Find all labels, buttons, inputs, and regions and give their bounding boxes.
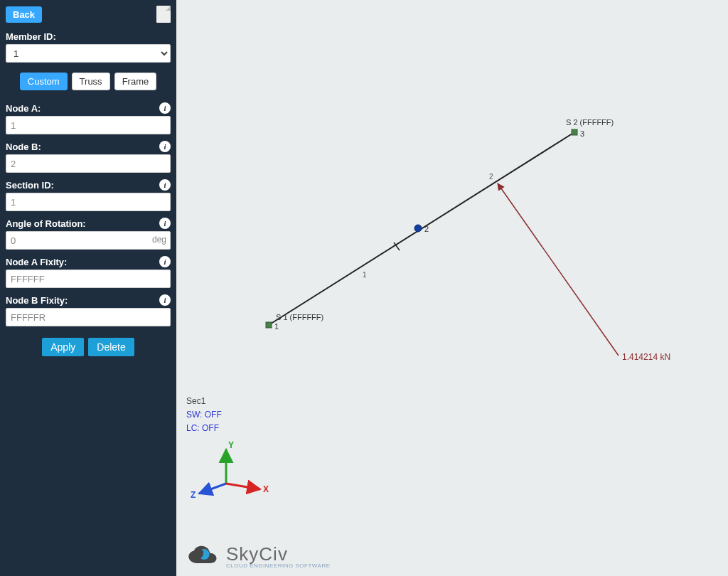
member-2-label: 2 — [489, 173, 493, 181]
report-icon[interactable] — [156, 6, 171, 23]
node-a-input[interactable] — [6, 116, 171, 134]
angle-input[interactable] — [6, 231, 171, 250]
fixity-a-label: Node A Fixity: — [6, 257, 67, 267]
member-type-group: Custom Truss Frame — [6, 73, 171, 90]
section-id-label: Section ID: — [6, 180, 54, 191]
load-arrow[interactable] — [498, 183, 619, 356]
axis-gizmo[interactable]: Y X Z — [191, 440, 269, 500]
node-a-label: Node A: — [6, 103, 41, 114]
back-button[interactable]: Back — [6, 6, 42, 23]
info-icon[interactable]: i — [159, 218, 171, 229]
scene-svg: 1.414214 kN 1 S 1 (FFFFFF) 3 S 2 (FFFFFF… — [176, 0, 728, 576]
member-id-select[interactable]: 1 — [6, 44, 171, 63]
info-icon[interactable]: i — [159, 102, 171, 114]
support-2-label: S 2 (FFFFFF) — [566, 118, 614, 127]
member-type-custom[interactable]: Custom — [20, 73, 68, 90]
node-b-input[interactable] — [6, 154, 171, 173]
info-icon[interactable]: i — [159, 294, 171, 306]
axis-y-label: Y — [228, 440, 234, 450]
status-lc: LC: OFF — [186, 422, 222, 435]
member-type-frame[interactable]: Frame — [114, 73, 157, 90]
cloud-icon — [186, 545, 222, 567]
info-icon[interactable]: i — [159, 256, 171, 267]
fixity-b-label: Node B Fixity: — [6, 295, 68, 306]
support-1-label: S 1 (FFFFFF) — [276, 313, 323, 321]
fixity-a-input[interactable] — [6, 270, 171, 288]
info-icon[interactable]: i — [159, 141, 171, 152]
node-2-number: 2 — [424, 225, 429, 233]
axis-x-label: X — [263, 484, 269, 494]
fixity-b-input[interactable] — [6, 308, 171, 326]
info-icon[interactable]: i — [159, 179, 171, 191]
apply-button[interactable]: Apply — [42, 338, 84, 356]
status-sw: SW: OFF — [186, 408, 222, 422]
delete-button[interactable]: Delete — [88, 338, 134, 356]
section-id-input[interactable] — [6, 193, 171, 211]
member-1-label: 1 — [363, 271, 367, 279]
viewport-3d[interactable]: 1.414214 kN 1 S 1 (FFFFFF) 3 S 2 (FFFFFF… — [176, 0, 728, 576]
status-block: Sec1 SW: OFF LC: OFF — [186, 395, 222, 436]
brand-logo: SkyCiv CLOUD ENGINEERING SOFTWARE — [186, 543, 331, 569]
status-section: Sec1 — [186, 395, 222, 408]
node-3-number: 3 — [580, 129, 584, 138]
member-id-label: Member ID: — [6, 31, 171, 42]
svg-line-1 — [226, 484, 260, 489]
node-1-number: 1 — [274, 322, 279, 331]
member-type-truss[interactable]: Truss — [72, 73, 110, 90]
support-2-node[interactable] — [572, 129, 577, 135]
svg-line-2 — [199, 484, 226, 494]
angle-label: Angle of Rotation: — [6, 218, 86, 229]
support-1-node[interactable] — [266, 322, 272, 328]
sidebar: Back Member ID: 1 Custom Truss Frame Nod… — [0, 0, 176, 576]
load-label: 1.414214 kN — [622, 352, 670, 362]
axis-z-label: Z — [191, 490, 196, 500]
node-b-label: Node B: — [6, 142, 41, 152]
brand-tagline: CLOUD ENGINEERING SOFTWARE — [226, 562, 331, 569]
angle-unit: deg — [152, 235, 166, 245]
node-2[interactable] — [414, 225, 422, 232]
